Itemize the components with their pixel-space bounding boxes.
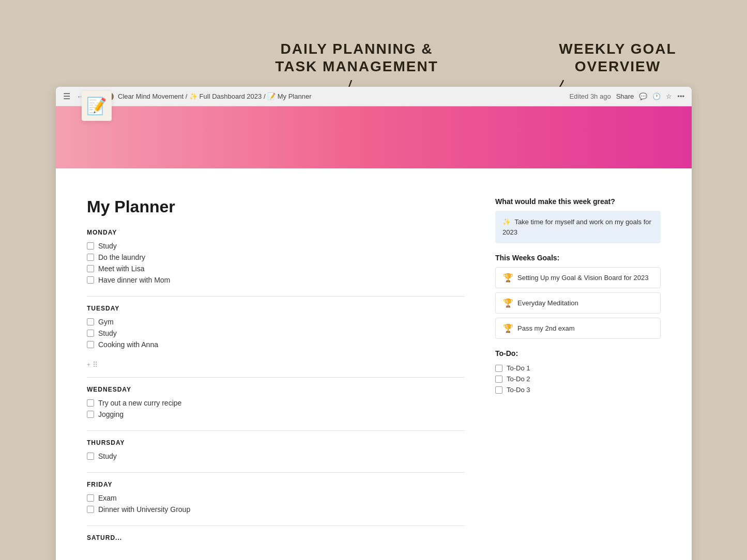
day-section-saturday: SATURD... xyxy=(87,534,464,541)
day-section-monday: MONDAY Study Do the laundry Meet with Li… xyxy=(87,229,464,286)
trophy-icon: 🏆 xyxy=(503,323,513,333)
goal-text: Everyday Meditation xyxy=(517,299,578,307)
section-divider xyxy=(87,296,464,297)
todo-text: To-Do 2 xyxy=(507,375,530,383)
trophy-icon: 🏆 xyxy=(503,298,513,308)
answer-emoji: ✨ xyxy=(502,218,511,226)
task-item: Try out a new curry recipe xyxy=(87,397,464,409)
todo-item: To-Do 3 xyxy=(495,384,661,395)
page-icon: 📝 xyxy=(82,91,112,121)
task-item: Have dinner with Mom xyxy=(87,274,464,286)
task-checkbox[interactable] xyxy=(87,399,94,407)
section-divider xyxy=(87,525,464,526)
goal-item[interactable]: 🏆 Pass my 2nd exam xyxy=(495,318,661,339)
task-item: Study xyxy=(87,450,464,462)
task-item: Cooking with Anna xyxy=(87,339,464,350)
section-divider xyxy=(87,430,464,431)
day-section-tuesday: TUESDAY Gym Study Cooking with Anna xyxy=(87,305,464,350)
page-banner: 📝 xyxy=(56,106,692,168)
task-text: Jogging xyxy=(98,410,124,418)
browser-toolbar: ☰ ← → Clear Mind Movement / ✨ Full Dashb… xyxy=(56,87,692,106)
task-text: Study xyxy=(98,242,117,250)
task-text: Study xyxy=(98,452,117,460)
clock-icon[interactable]: 🕐 xyxy=(652,92,661,100)
page-title: My Planner xyxy=(87,197,464,216)
task-checkbox[interactable] xyxy=(87,265,94,272)
todo-label: To-Do: xyxy=(495,349,661,357)
daily-planning-label: DAILY PLANNING & TASK MANAGEMENT xyxy=(253,40,460,75)
task-item: Meet with Lisa xyxy=(87,263,464,274)
task-checkbox[interactable] xyxy=(87,494,94,502)
todo-checkbox[interactable] xyxy=(495,386,502,394)
task-item: Dinner with University Group xyxy=(87,504,464,515)
task-text: Do the laundry xyxy=(98,253,145,261)
task-checkbox[interactable] xyxy=(87,341,94,348)
day-section-thursday: THURSDAY Study xyxy=(87,439,464,462)
day-label-tuesday: TUESDAY xyxy=(87,305,464,312)
task-checkbox[interactable] xyxy=(87,330,94,337)
day-label-monday: MONDAY xyxy=(87,229,464,236)
day-label-friday: FRIDAY xyxy=(87,481,464,488)
day-section-friday: FRIDAY Exam Dinner with University Group xyxy=(87,481,464,515)
todo-item: To-Do 2 xyxy=(495,374,661,384)
edited-status: Edited 3h ago xyxy=(569,92,611,100)
todo-item: To-Do 1 xyxy=(495,363,661,374)
task-checkbox[interactable] xyxy=(87,276,94,284)
task-checkbox[interactable] xyxy=(87,453,94,460)
browser-right-controls: Edited 3h ago Share 💬 🕐 ☆ ••• xyxy=(569,92,684,100)
task-text: Cooking with Anna xyxy=(98,340,158,349)
weekly-answer-box: ✨ Take time for myself and work on my go… xyxy=(495,211,661,243)
todo-checkbox[interactable] xyxy=(495,376,502,383)
todo-text: To-Do 3 xyxy=(507,386,530,394)
task-text: Gym xyxy=(98,318,114,326)
more-icon[interactable]: ••• xyxy=(677,92,684,100)
menu-icon[interactable]: ☰ xyxy=(63,91,70,101)
browser-window: ☰ ← → Clear Mind Movement / ✨ Full Dashb… xyxy=(56,87,692,560)
star-icon[interactable]: ☆ xyxy=(666,92,672,100)
day-label-wednesday: WEDNESDAY xyxy=(87,386,464,393)
task-item: Gym xyxy=(87,316,464,328)
answer-text: Take time for myself and work on my goal… xyxy=(502,218,651,236)
share-button[interactable]: Share xyxy=(616,92,634,100)
task-item: Study xyxy=(87,240,464,252)
task-checkbox[interactable] xyxy=(87,242,94,250)
task-text: Have dinner with Mom xyxy=(98,276,170,284)
task-checkbox[interactable] xyxy=(87,506,94,513)
task-item: Jogging xyxy=(87,409,464,420)
task-text: Exam xyxy=(98,494,117,502)
task-checkbox[interactable] xyxy=(87,254,94,261)
task-text: Try out a new curry recipe xyxy=(98,399,181,407)
todo-checkbox[interactable] xyxy=(495,365,502,372)
right-column: What would make this week great? ✨ Take … xyxy=(495,197,661,552)
task-checkbox[interactable] xyxy=(87,318,94,325)
page-content: My Planner MONDAY Study Do the laundry M… xyxy=(56,168,692,560)
goals-label: This Weeks Goals: xyxy=(495,254,661,262)
goal-text: Pass my 2nd exam xyxy=(517,324,575,332)
section-divider xyxy=(87,377,464,378)
drag-handle: + ⠿ xyxy=(87,361,464,369)
goal-text: Setting Up my Goal & Vision Board for 20… xyxy=(517,274,648,282)
section-divider xyxy=(87,472,464,473)
day-label-saturday: SATURD... xyxy=(87,534,464,541)
goal-item[interactable]: 🏆 Setting Up my Goal & Vision Board for … xyxy=(495,267,661,288)
left-column: My Planner MONDAY Study Do the laundry M… xyxy=(87,179,464,552)
weekly-goal-label: WEEKLY GOAL OVERVIEW xyxy=(527,40,708,75)
task-text: Study xyxy=(98,329,117,337)
task-checkbox[interactable] xyxy=(87,411,94,418)
goal-item[interactable]: 🏆 Everyday Meditation xyxy=(495,292,661,314)
weekly-question: What would make this week great? xyxy=(495,197,661,206)
todo-text: To-Do 1 xyxy=(507,364,530,372)
comment-icon[interactable]: 💬 xyxy=(639,92,647,100)
task-item: Exam xyxy=(87,492,464,504)
task-item: Do the laundry xyxy=(87,252,464,263)
task-item: Study xyxy=(87,328,464,339)
task-text: Meet with Lisa xyxy=(98,265,144,273)
day-label-thursday: THURSDAY xyxy=(87,439,464,446)
trophy-icon: 🏆 xyxy=(503,273,513,283)
task-text: Dinner with University Group xyxy=(98,505,190,514)
day-section-wednesday: WEDNESDAY Try out a new curry recipe Jog… xyxy=(87,386,464,420)
breadcrumb: Clear Mind Movement / ✨ Full Dashboard 2… xyxy=(118,92,565,100)
